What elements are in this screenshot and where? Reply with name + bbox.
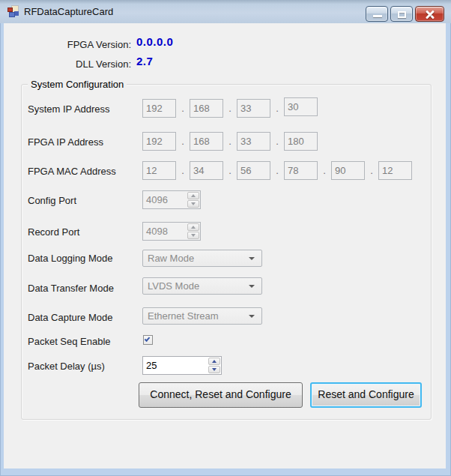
record-port-input: 4098 [142,222,201,241]
maximize-button[interactable] [390,6,413,22]
data-logging-mode-label: Data Logging Mode [28,253,112,264]
octet-separator: . [223,132,237,151]
fpga-mac-octet-6: 12 [378,161,412,180]
system-ip-octet-2: 168 [190,99,223,118]
fpga-ip-octet-2: 168 [190,132,223,151]
maximize-icon [398,11,406,18]
reset-configure-button[interactable]: Reset and Configure [310,382,422,408]
fpga-mac-octet-2: 34 [190,161,223,180]
chevron-down-icon [249,257,255,260]
connect-reset-configure-button[interactable]: Connect, Reset and Configure [139,382,303,408]
record-port-spin-up-button [187,223,199,231]
config-port-label: Config Port [28,195,76,206]
data-transfer-mode-dropdown: LVDS Mode [142,277,262,295]
system-ip-label: System IP Address [28,103,110,115]
fpga-mac-octet-3: 56 [237,161,270,180]
dll-version-value: 2.7 [136,55,153,67]
packet-delay-label: Packet Delay (µs) [28,361,105,372]
octet-separator: . [176,99,190,118]
check-icon [145,336,151,342]
arrow-down-icon [191,202,196,205]
client-area: FPGA Version: 0.0.0.0 DLL Version: 2.7 S… [4,23,446,469]
octet-separator: . [365,161,378,180]
arrow-down-icon [191,234,196,237]
system-ip-octet-4: 30 [284,97,318,116]
octet-separator: . [270,132,284,151]
arrow-up-icon [212,360,217,363]
window-title: RFDataCaptureCard [24,6,113,17]
system-ip-octet-1: 192 [142,99,176,118]
app-icon [7,5,19,17]
config-port-spin-down-button [187,200,199,208]
record-port-label: Record Port [28,226,79,238]
packet-seq-enable-label: Packet Seq Enable [28,336,111,347]
arrow-down-icon [212,368,217,371]
octet-separator: . [318,161,331,180]
fpga-ip-octet-1: 192 [142,132,176,151]
title-bar[interactable]: RFDataCaptureCard [0,0,451,23]
fpga-version-value: 0.0.0.0 [136,35,173,48]
config-port-input: 4096 [142,190,201,209]
fpga-ip-octet-3: 33 [237,132,270,151]
minimize-icon [373,15,382,17]
octet-separator: . [223,161,237,180]
config-port-spin-up-button [187,192,199,199]
octet-separator: . [270,99,284,118]
data-capture-mode-label: Data Capture Mode [28,312,112,323]
octet-separator: . [270,161,284,180]
minimize-button[interactable] [366,6,388,22]
fpga-mac-octet-5: 90 [331,161,365,180]
close-button[interactable] [415,6,444,22]
packet-seq-enable-checkbox[interactable] [143,335,153,345]
data-logging-mode-dropdown: Raw Mode [142,250,262,267]
octet-separator: . [223,99,237,118]
fpga-mac-label: FPGA MAC Address [28,166,116,177]
fpga-ip-label: FPGA IP Address [28,136,103,148]
packet-delay-spin-up-button[interactable] [208,358,220,365]
octet-separator: . [176,132,190,151]
application-window: RFDataCaptureCard FPGA Version: 0.0.0.0 … [0,0,451,476]
chevron-down-icon [249,285,255,288]
chevron-down-icon [249,315,255,318]
dll-version-label: DLL Version: [26,58,131,70]
fpga-mac-octet-4: 78 [284,161,318,180]
arrow-up-icon [191,194,196,197]
group-title: System Configuration [28,79,127,90]
record-port-spin-down-button [187,232,199,239]
data-transfer-mode-label: Data Transfer Mode [28,283,114,294]
packet-delay-input[interactable]: 25 [142,356,222,375]
data-capture-mode-dropdown: Ethernet Stream [142,307,262,325]
octet-separator: . [176,161,190,180]
system-ip-octet-3: 33 [237,99,270,118]
fpga-version-label: FPGA Version: [26,39,131,50]
packet-delay-spin-down-button[interactable] [208,366,220,373]
arrow-up-icon [191,226,196,229]
fpga-ip-octet-4: 180 [284,132,318,151]
fpga-mac-octet-1: 12 [142,161,176,180]
